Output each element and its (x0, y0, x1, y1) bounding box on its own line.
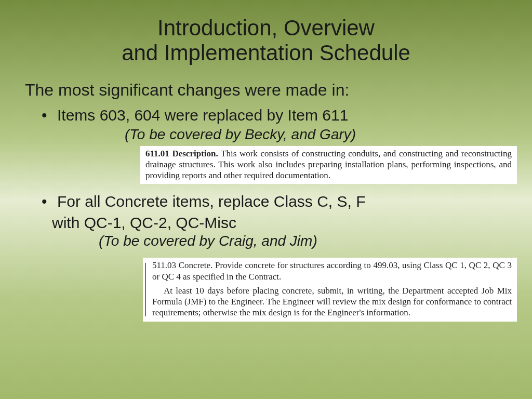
spec-excerpt-511: 511.03 Concrete. Provide concrete for st… (143, 258, 517, 321)
bullet-list-2: For all Concrete items, replace Class C,… (21, 191, 511, 211)
slide: Introduction, Overview and Implementatio… (0, 0, 532, 399)
bullet-item-2-continue: with QC-1, QC-2, QC-Misc (52, 212, 511, 233)
spec-511-p2: At least 10 days before placing concrete… (152, 285, 512, 318)
spec-heading-511: 511.03 Concrete. (152, 260, 212, 270)
spec-511-p1: 511.03 Concrete. Provide concrete for st… (152, 260, 512, 282)
title-line-1: Introduction, Overview (157, 16, 375, 40)
bullet-item-2: For all Concrete items, replace Class C,… (57, 191, 511, 211)
spec-body-511: 511.03 Concrete. Provide concrete for st… (148, 258, 517, 321)
spec-heading-611: 611.01 Description. (145, 149, 218, 158)
bullet-list: Items 603, 604 were replaced by Item 611 (21, 105, 511, 125)
spec-excerpt-611: 611.01 Description. This work consists o… (140, 146, 517, 184)
revision-bar (143, 258, 148, 321)
bullet-item-1: Items 603, 604 were replaced by Item 611 (57, 105, 511, 125)
title-line-2: and Implementation Schedule (122, 41, 410, 65)
intro-text: The most significant changes were made i… (25, 81, 511, 100)
covered-by-2: (To be covered by Craig, and Jim) (99, 233, 511, 249)
covered-by-1: (To be covered by Becky, and Gary) (125, 126, 511, 143)
slide-title: Introduction, Overview and Implementatio… (21, 16, 511, 66)
